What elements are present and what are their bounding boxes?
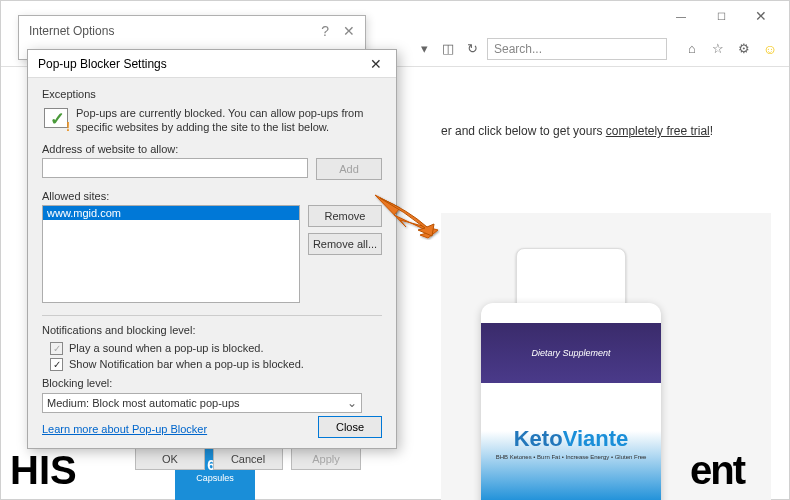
address-input[interactable] — [42, 158, 308, 178]
exceptions-header: Exceptions — [42, 88, 382, 100]
dropdown-icon[interactable]: ▾ — [415, 40, 433, 58]
window-close-button[interactable]: ✕ — [741, 2, 781, 30]
remove-button[interactable]: Remove — [308, 205, 382, 227]
promo-post: ! — [710, 124, 713, 138]
pb-titlebar: Pop-up Blocker Settings ✕ — [28, 50, 396, 78]
io-close-icon[interactable]: ✕ — [343, 23, 355, 39]
pb-close-button[interactable]: Close — [318, 416, 382, 438]
io-apply-button: Apply — [291, 448, 361, 470]
pb-close-icon[interactable]: ✕ — [366, 56, 386, 72]
remove-all-button[interactable]: Remove all... — [308, 233, 382, 255]
address-label: Address of website to allow: — [42, 143, 382, 155]
smiley-icon[interactable]: ☺ — [761, 40, 779, 58]
headline-left: HIS — [10, 450, 77, 490]
io-help-icon[interactable]: ? — [321, 23, 329, 39]
settings-gear-icon[interactable]: ⚙ — [735, 40, 753, 58]
learn-more-link[interactable]: Learn more about Pop-up Blocker — [42, 423, 207, 435]
pb-body: Exceptions ! Pop-ups are currently block… — [28, 78, 396, 445]
io-titlebar: Internet Options ? ✕ — [19, 16, 365, 46]
bottle-label-top: Dietary Supplement — [481, 323, 661, 383]
brand-subline: BHB Ketones • Burn Fat • Increase Energy… — [496, 454, 647, 460]
allowed-site-item[interactable]: www.mgid.com — [43, 206, 299, 220]
favorites-icon[interactable]: ☆ — [709, 40, 727, 58]
dietary-text: Dietary Supplement — [531, 348, 610, 358]
divider — [42, 315, 382, 316]
small-caps-text: Capsules — [196, 473, 234, 483]
allowed-sites-label: Allowed sites: — [42, 190, 382, 202]
promo-link[interactable]: completely free trial — [606, 124, 710, 138]
allowed-sites-list[interactable]: www.mgid.com — [42, 205, 300, 303]
refresh-icon[interactable]: ↻ — [463, 40, 481, 58]
sound-checkbox-label: Play a sound when a pop-up is blocked. — [69, 342, 263, 354]
notifications-header: Notifications and blocking level: — [42, 324, 382, 336]
io-button-row: OK Cancel Apply — [135, 448, 361, 470]
exceptions-text: Pop-ups are currently blocked. You can a… — [76, 106, 382, 135]
maximize-button[interactable]: ☐ — [701, 2, 741, 30]
pb-title-text: Pop-up Blocker Settings — [38, 57, 167, 71]
blocking-level-label: Blocking level: — [42, 377, 382, 389]
blocking-level-select[interactable]: Medium: Block most automatic pop-ups — [42, 393, 362, 413]
add-button: Add — [316, 158, 382, 180]
io-ok-button[interactable]: OK — [135, 448, 205, 470]
search-input[interactable]: Search... — [487, 38, 667, 60]
sound-checkbox — [50, 342, 63, 355]
notification-bar-label: Show Notification bar when a pop-up is b… — [69, 358, 304, 370]
product-bottle: Dietary Supplement KetoViante BHB Ketone… — [471, 248, 671, 500]
minimize-button[interactable]: — — [661, 2, 701, 30]
io-cancel-button[interactable]: Cancel — [213, 448, 283, 470]
exceptions-icon: ! — [42, 106, 68, 132]
bottle-cap — [516, 248, 626, 308]
popup-blocker-dialog: Pop-up Blocker Settings ✕ Exceptions ! P… — [27, 49, 397, 449]
home-icon[interactable]: ⌂ — [683, 40, 701, 58]
bottle-label-middle: KetoViante BHB Ketones • Burn Fat • Incr… — [481, 383, 661, 500]
bottle-body: Dietary Supplement KetoViante BHB Ketone… — [481, 303, 661, 500]
headline-right: ent — [690, 450, 744, 490]
promo-pre: er and click below to get yours — [441, 124, 606, 138]
io-title-text: Internet Options — [29, 24, 114, 38]
promo-text: er and click below to get yours complete… — [441, 124, 713, 138]
stop-icon[interactable]: ◫ — [439, 40, 457, 58]
notification-bar-checkbox[interactable] — [50, 358, 63, 371]
brand-name: KetoViante — [514, 426, 629, 452]
